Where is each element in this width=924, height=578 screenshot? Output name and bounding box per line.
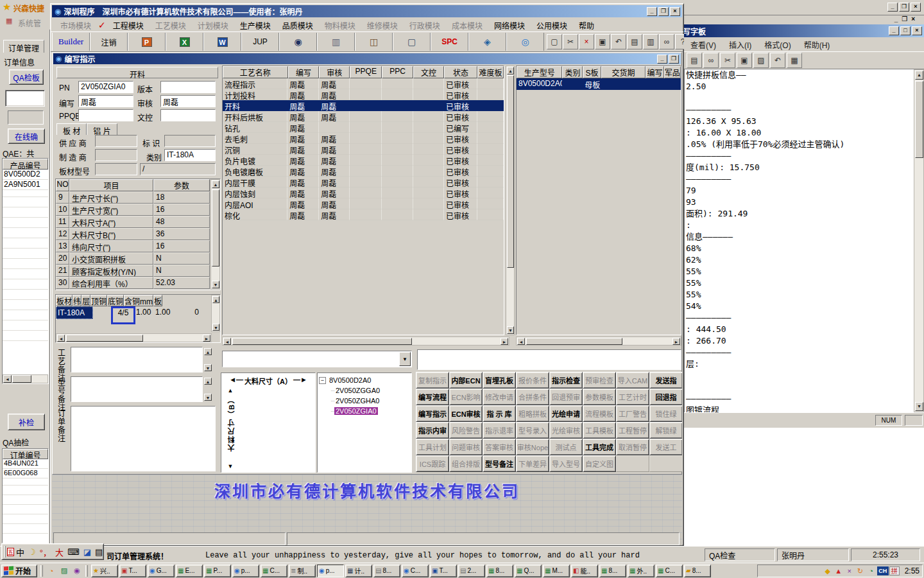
child-minimize-button[interactable]: _ (657, 55, 667, 64)
function-button[interactable]: 工具计划 (416, 439, 449, 455)
tree-item[interactable]: ··· 2V050ZGHA0 (319, 396, 410, 406)
close-button[interactable]: × (670, 7, 680, 16)
function-button[interactable]: 内部ECN (449, 372, 483, 389)
process-note-box[interactable] (71, 347, 203, 372)
tray-icon[interactable]: CH (877, 566, 889, 575)
function-button[interactable]: 工程暂停 (616, 422, 649, 439)
maker-field[interactable] (95, 149, 137, 161)
toolbar-small-button[interactable]: ✂ (563, 34, 578, 49)
function-button[interactable]: 解锁绿 (649, 422, 682, 439)
taskbar-button[interactable]: ◉ p... (232, 565, 259, 577)
process-row[interactable]: 流程指示 周磊 周磊 已审核 (223, 78, 504, 89)
function-button[interactable]: ECN审核 (449, 405, 483, 422)
toolbar-button[interactable]: ◫ (355, 33, 393, 51)
remark-panel[interactable] (417, 349, 681, 370)
toolbar-button[interactable]: JUP (241, 33, 279, 51)
process-row[interactable]: 开料后烘板 周磊 周磊 已审核 (223, 111, 504, 122)
toolbar-button[interactable]: ◈ (468, 33, 506, 51)
quicklaunch-icon[interactable]: ◉ (72, 566, 82, 575)
toolbar-button[interactable]: X (166, 33, 203, 51)
process-row[interactable]: 内层蚀刻 周磊 周磊 已审核 (223, 188, 504, 198)
param-row[interactable]: 12 大料尺寸B(") 36 (56, 228, 220, 240)
process-row[interactable]: 计划投料 周磊 周磊 已审核 (223, 89, 504, 100)
bg-close-button[interactable]: × (911, 3, 921, 12)
function-button[interactable]: 编写指示 (416, 405, 449, 422)
tray-icon[interactable]: ▲ (834, 567, 844, 575)
menu-item[interactable]: 帮助 (573, 19, 600, 32)
menu-item[interactable]: ✓ (97, 19, 107, 31)
product-hscrollbar[interactable]: ◄ (3, 374, 48, 383)
order-note-box[interactable] (71, 406, 216, 471)
model-note-spinner[interactable]: ▲ ▼ (204, 378, 212, 401)
function-button[interactable]: 型号录入 (516, 422, 549, 439)
param-row[interactable]: 11 大料尺寸A(") 48 (56, 216, 220, 228)
ime-item[interactable]: ◪ (81, 547, 93, 557)
toolbar-button[interactable]: ▢ (393, 33, 431, 51)
process-row[interactable]: 钻孔 周磊 已编写 (223, 122, 504, 133)
wordpad-menu-item[interactable]: 帮助(H) (798, 38, 837, 51)
menu-item[interactable]: 行政模块 (404, 19, 446, 32)
toolbar-small-button[interactable]: ▣ (595, 34, 610, 49)
menu-item[interactable]: 物料模块 (319, 19, 361, 32)
function-button[interactable]: 指示内审 (416, 422, 449, 439)
taskbar-button[interactable]: ◧ 能.. (571, 565, 598, 577)
function-button[interactable]: 型号备注 (483, 455, 516, 472)
function-button[interactable]: 导入型号 (549, 455, 583, 472)
doc-field[interactable] (160, 109, 216, 121)
taskbar-button[interactable]: ▦ Q... (515, 565, 542, 577)
function-button[interactable]: 工艺计时 (616, 389, 649, 405)
combo-dropdown-icon[interactable]: ▼ (399, 352, 411, 366)
process-combo[interactable]: ▼ (222, 351, 412, 367)
wordpad-toolbar-button[interactable]: ▨ (753, 53, 769, 68)
ime-logo-icon[interactable]: 五 (7, 548, 14, 556)
board-model-field[interactable] (95, 163, 137, 175)
order-row[interactable]: 4B4UN021 (3, 459, 48, 469)
tray-clock[interactable]: 2:55 (905, 566, 920, 575)
sheet-name-cell[interactable]: IT-180A (56, 306, 93, 319)
param-vscrollbar[interactable]: ▲ ▼ (210, 179, 220, 290)
param-row[interactable]: 10 生产尺寸宽(") 16 (56, 204, 220, 216)
function-button[interactable]: 光绘审核 (549, 422, 583, 439)
function-button[interactable]: 流程模板 (583, 405, 616, 422)
wordpad-document[interactable]: 快捷拼板信息——2.50—————————126.36 X 95.63: 16.… (684, 69, 914, 412)
process-vscrollbar[interactable]: ▲ ▼ (506, 66, 515, 335)
product-row[interactable]: 2A9N5001 (3, 180, 48, 190)
audit-field[interactable]: 周磊 (160, 95, 216, 107)
function-button[interactable]: 指示检查 (549, 372, 583, 389)
tray-icon[interactable]: × (844, 567, 855, 575)
function-button[interactable]: 自定义图 (583, 455, 616, 472)
sheet-layer-cell[interactable]: 4/5 (111, 306, 135, 324)
function-button[interactable]: 参数模板 (583, 389, 616, 405)
quicklaunch-grip[interactable] (40, 565, 43, 577)
tree-root[interactable]: − 8V0500D2A0 (319, 375, 410, 385)
bg-restore-button[interactable]: ❐ (899, 3, 909, 12)
model-hscrollbar[interactable]: ◄ ► (516, 337, 681, 346)
tree-item[interactable]: ··· 2V050ZGGA0 (319, 385, 410, 396)
toolbar-small-button[interactable]: ↶ (611, 34, 626, 49)
product-row[interactable]: 8V0500D2 (3, 170, 48, 180)
wordpad-vscrollbar[interactable]: ▲ ▼ (914, 69, 924, 412)
menu-item[interactable]: 工程模块 (107, 19, 150, 32)
toolbar-button[interactable]: ▥ (317, 33, 355, 51)
toolbar-small-button[interactable]: ∞ (659, 34, 674, 49)
toolbar-button[interactable]: SPC (431, 33, 468, 51)
taskbar-button[interactable]: ▦ 8... (599, 565, 626, 577)
tab-order-management[interactable]: 订单管理 (3, 40, 44, 53)
wordpad-close-button[interactable]: × (912, 26, 922, 35)
child-restore-button[interactable]: ❐ (669, 55, 679, 64)
ime-item[interactable]: ⌨ (65, 547, 81, 557)
taskbar-button[interactable]: ▦ E... (176, 565, 203, 577)
toolbar-small-button[interactable]: × (579, 34, 594, 49)
taskbar-button[interactable]: ▣ T... (430, 565, 457, 577)
bg-minimize-button[interactable]: _ (887, 3, 898, 12)
function-button[interactable]: 锁住绿 (649, 405, 682, 422)
tray-icon[interactable]: ↻ (855, 567, 866, 575)
function-button[interactable]: 指示退率 (483, 422, 516, 439)
tray-icon[interactable]: 拼 (889, 566, 900, 575)
tree-item[interactable]: ··· 2V050ZGIA0 (319, 406, 410, 416)
param-row[interactable]: 30 综合利用率（%） 52.03 (56, 277, 220, 289)
function-button[interactable]: 盲埋孔板 (483, 372, 516, 389)
wordpad-menu-item[interactable]: 插入(I) (723, 38, 758, 51)
function-button[interactable]: 测试点 (549, 439, 583, 455)
function-button[interactable]: 工具模板 (583, 422, 616, 439)
